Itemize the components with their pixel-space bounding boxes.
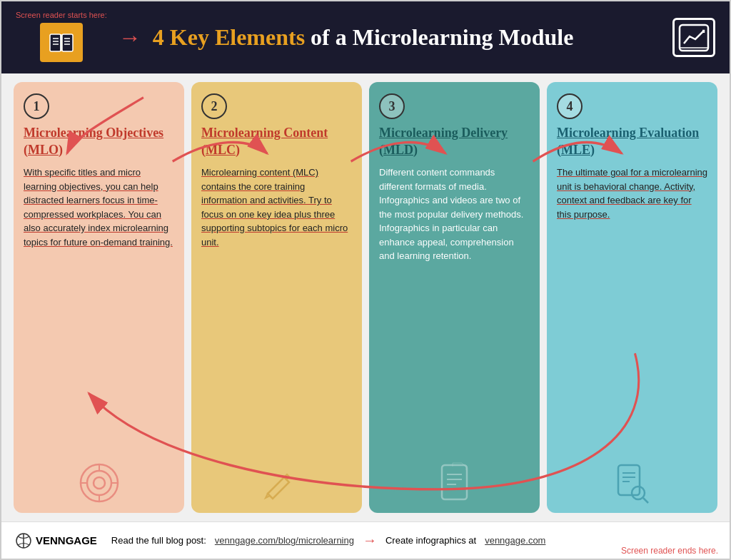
svg-point-13 <box>94 477 105 489</box>
footer: VENNGAGE Read the full blog post: vennga… <box>1 521 730 559</box>
card-mle: 4 Microlearning Evaluation (MLE) The ult… <box>547 82 717 513</box>
document-icon <box>379 462 530 504</box>
header: Screen reader starts here: → 4 <box>1 1 730 73</box>
blog-link[interactable]: venngage.com/blog/microlearning <box>215 535 354 546</box>
cta-link[interactable]: venngage.com <box>485 535 545 546</box>
card-title-mld: Microlearning Delivery (MLD) <box>379 125 530 158</box>
footer-arrow: → <box>363 532 377 549</box>
pencil-icon <box>201 465 352 504</box>
svg-rect-18 <box>442 465 467 499</box>
card-mlo: 1 Microlearning Objectives (MLO) With sp… <box>14 82 184 513</box>
card-body-mle: The ultimate goal for a microlearning un… <box>557 166 707 453</box>
card-title-mle: Microlearning Evaluation (MLE) <box>557 125 707 158</box>
svg-rect-22 <box>618 465 640 495</box>
svg-point-26 <box>632 487 645 499</box>
header-title: 4 Key Elements of a Microlearning Module <box>153 24 661 51</box>
badge-2: 2 <box>201 93 227 119</box>
book-icon <box>40 23 83 62</box>
main-content: 1 Microlearning Objectives (MLO) With sp… <box>1 73 730 521</box>
svg-point-12 <box>87 471 111 495</box>
badge-1: 1 <box>24 93 49 119</box>
badge-3: 3 <box>379 93 405 119</box>
card-title-mlo: Microlearning Objectives (MLO) <box>24 125 174 158</box>
card-title-mlc: Microlearning Content (MLC) <box>201 125 352 158</box>
card-body-mlo: With specific titles and micro learning … <box>24 166 174 453</box>
svg-line-27 <box>643 498 648 503</box>
header-arrow: → <box>119 24 141 51</box>
svg-rect-1 <box>62 34 73 51</box>
chart-icon <box>672 18 715 57</box>
card-body-mlc: Microlearning content (MLC) contains the… <box>201 166 352 457</box>
badge-4: 4 <box>557 93 583 119</box>
card-mlc: 2 Microlearning Content (MLC) Microlearn… <box>191 82 362 513</box>
card-body-mld: Different content commands different for… <box>379 166 530 453</box>
card-mld: 3 Microlearning Delivery (MLD) Different… <box>369 82 540 513</box>
venngage-logo: VENNGAGE <box>16 533 97 549</box>
screen-reader-end-label: Screen reader ends here. <box>621 546 718 556</box>
target-icon <box>24 462 174 504</box>
document-search-icon <box>557 462 707 504</box>
screen-reader-start-label: Screen reader starts here: <box>16 10 107 65</box>
svg-rect-0 <box>50 34 61 51</box>
